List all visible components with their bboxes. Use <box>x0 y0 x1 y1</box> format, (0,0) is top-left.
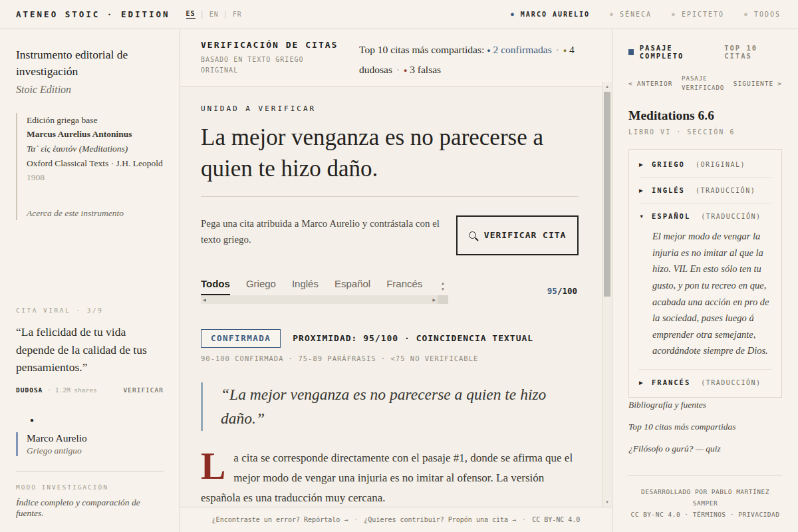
accordion-label: INGLÉS <box>652 186 685 194</box>
footer-separator: · <box>684 511 688 518</box>
accordion-suffix: (TRADUCCIÓN) <box>701 379 761 386</box>
edition-year: 1908 <box>27 170 164 185</box>
contribute-link[interactable]: ¿Quieres contribuir? Propón una cita → <box>364 516 516 523</box>
accordion-header-griego[interactable]: ▶ GRIEGO (ORIGINAL) <box>639 160 771 168</box>
accordion-header-ingles[interactable]: ▶ INGLÉS (TRADUCCIÓN) <box>639 186 771 194</box>
divider <box>628 475 782 475</box>
chevron-right-icon: > <box>777 80 782 87</box>
triangle-right-icon: ▶ <box>639 380 645 386</box>
score-max: /100 <box>557 286 577 296</box>
privacy-link[interactable]: PRIVACIDAD <box>738 511 779 518</box>
lang-fr[interactable]: FR <box>233 11 242 19</box>
sidebar-footer: DESARROLLADO POR PABLO MARTÍNEZ SAMPER C… <box>628 486 782 520</box>
score-legend: 90-100 CONFIRMADA · 75-89 PARÁFRASIS · <… <box>201 354 579 362</box>
author-filter-marco-aurelio[interactable]: ● MARCO AURELIO <box>511 11 590 18</box>
bullet-icon: ● <box>672 11 676 17</box>
footer-separator: · <box>354 516 358 523</box>
triangle-right-icon: ▶ <box>639 188 645 194</box>
author-card: Marco Aurelio Griego antiguo <box>16 432 164 456</box>
next-passage-button[interactable]: SIGUIENTE > <box>733 80 782 87</box>
triangle-down-icon: ▼ <box>639 213 645 219</box>
instruction-text: Pega una cita atribuida a Marco Aurelio … <box>201 215 456 247</box>
tab-frances[interactable]: Francés <box>386 278 422 289</box>
passage-navigation: < ANTERIOR PASAJE VERIFICADO SIGUIENTE > <box>628 74 782 92</box>
analysis-text: a cita se corresponde directamente con e… <box>201 452 573 505</box>
accordion-suffix: (ORIGINAL) <box>696 161 745 168</box>
tab-todos[interactable]: Todos <box>201 278 230 289</box>
accordion-header-frances[interactable]: ▶ FRANCÉS (TRADUCCIÓN) <box>639 378 771 386</box>
edition-greek-title: Τα` εἰς ἑαυτόν (Meditations) <box>27 142 164 156</box>
verified-quote-blockquote: “La mejor venganza es no parecerse a qui… <box>201 382 583 431</box>
verification-result-row: CONFIRMADA PROXIMIDAD: 95/100 · COINCIDE… <box>201 329 579 348</box>
horizontal-scrollbar[interactable]: ◀ ▶ <box>201 295 438 304</box>
language-tabstrip: Todos Griego Inglés Español Francés ◀ ▶ <box>201 278 448 304</box>
author-filter-nav: ● MARCO AURELIO ● SÉNECA ● EPICTETO ● TO… <box>511 11 781 18</box>
author-filter-seneca[interactable]: ● SÉNECA <box>610 11 652 18</box>
edition-author: Marcus Aurelius Antoninus <box>27 127 164 142</box>
verification-panel: UNIDAD A VERIFICAR La mejor venganza es … <box>180 87 612 507</box>
spanish-translation-text: El mejor modo de vengar la injuria es no… <box>652 228 770 359</box>
author-filter-epicteto[interactable]: ● EPICTETO <box>672 11 724 18</box>
confirmed-badge: CONFIRMADA <box>201 329 281 348</box>
scroll-left-icon[interactable]: ◀ <box>203 297 206 302</box>
quiz-link[interactable]: ¿Filósofo o gurú? — quiz <box>628 444 782 454</box>
terms-link[interactable]: TÉRMINOS <box>693 511 726 518</box>
scroll-down-icon[interactable]: ▼ <box>441 287 445 291</box>
viral-quote-label: CITA VIRAL · 3/9 <box>16 307 164 314</box>
bullet-icon: ● <box>744 11 749 17</box>
triangle-right-icon: ▶ <box>639 162 645 168</box>
credit-text: DESARROLLADO POR PABLO MARTÍNEZ SAMPER <box>628 486 782 509</box>
score-value: 95 <box>547 286 557 296</box>
report-error-link[interactable]: ¿Encontraste un error? Repórtalo → <box>212 516 348 523</box>
scrollbar-corner <box>438 295 448 304</box>
tab-espanol[interactable]: Español <box>334 278 370 289</box>
sidebar-subtitle: Stoic Edition <box>16 84 164 96</box>
scroll-right-icon[interactable]: ▶ <box>432 297 436 302</box>
tab-pasaje-completo[interactable]: PASAJE COMPLETO <box>628 44 711 60</box>
bibliography-link[interactable]: Bibliografía y fuentes <box>628 400 782 410</box>
stat-confirmed: 2 confirmadas <box>493 44 552 55</box>
top10-stats: Top 10 citas más compartidas: ● 2 confir… <box>359 40 593 80</box>
language-tabs: Todos Griego Inglés Español Francés <box>201 278 438 295</box>
edition-publisher: Oxford Classical Texts · J.H. Leopold <box>27 156 164 171</box>
stat-false: 3 falsas <box>410 64 441 75</box>
doubtful-dot-icon: ● <box>563 47 567 54</box>
passage-status-label: PASAJE VERIFICADO <box>682 74 724 92</box>
scroll-up-icon[interactable]: ▲ <box>441 281 445 285</box>
tab-top10-citas[interactable]: TOP 10 CITAS <box>724 44 782 60</box>
passage-meta: LIBRO VI · SECCIÓN 6 <box>628 128 782 136</box>
top10-link[interactable]: Top 10 citas más compartidas <box>628 422 782 432</box>
lang-es[interactable]: ES <box>186 10 196 19</box>
verify-viral-quote-link[interactable]: VERIFICAR <box>124 386 164 394</box>
tab-ingles[interactable]: Inglés <box>292 278 319 289</box>
vertical-scroll-arrows[interactable]: ▲ ▼ <box>438 278 448 295</box>
accordion-label: ESPAÑOL <box>652 212 690 220</box>
edition-line: Edición griega base <box>27 113 164 128</box>
previous-label: ANTERIOR <box>637 80 673 87</box>
lang-en[interactable]: EN <box>209 11 219 19</box>
accordion-header-espanol[interactable]: ▼ ESPAÑOL (TRADUCCIÓN) <box>639 212 771 220</box>
accordion-item-griego: ▶ GRIEGO (ORIGINAL) <box>639 152 771 178</box>
shares-count: · 1.2M shares <box>47 386 96 394</box>
confirmed-dot-icon: ● <box>487 47 490 54</box>
result-summary: PROXIMIDAD: 95/100 · COINCIDENCIA TEXTUA… <box>293 333 533 343</box>
author-role: Griego antiguo <box>27 446 164 456</box>
about-instrument-link[interactable]: Acerca de este instrumento <box>27 206 164 221</box>
main-footer: ¿Encontraste un error? Repórtalo → · ¿Qu… <box>180 507 612 532</box>
author-filter-todos[interactable]: ● TODOS <box>744 11 781 18</box>
proximity-score: 95/100 <box>547 286 577 296</box>
mode-block: MODO INVESTIGACIÓN Índice completo y com… <box>16 471 164 519</box>
scroll-down-icon[interactable]: ▼ <box>602 500 612 504</box>
carousel-dot[interactable]: ● <box>30 416 164 424</box>
previous-passage-button[interactable]: < ANTERIOR <box>628 80 673 87</box>
scroll-up-icon[interactable]: ▲ <box>602 84 612 88</box>
author-name: Marco Aurelio <box>27 432 164 444</box>
tab-griego[interactable]: Griego <box>246 278 276 289</box>
author-filter-label: SÉNECA <box>620 11 652 18</box>
quote-headline: La mejor venganza es no parecerse a quie… <box>201 122 579 196</box>
main-vertical-scrollbar[interactable]: ▲ ▼ <box>602 82 612 507</box>
verify-quote-button[interactable]: VERIFICAR CITA <box>456 215 579 255</box>
accordion-item-frances: ▶ FRANCÉS (TRADUCCIÓN) <box>639 370 771 395</box>
accordion-item-ingles: ▶ INGLÉS (TRADUCCIÓN) <box>639 178 771 203</box>
scrollbar-thumb[interactable] <box>604 92 610 297</box>
